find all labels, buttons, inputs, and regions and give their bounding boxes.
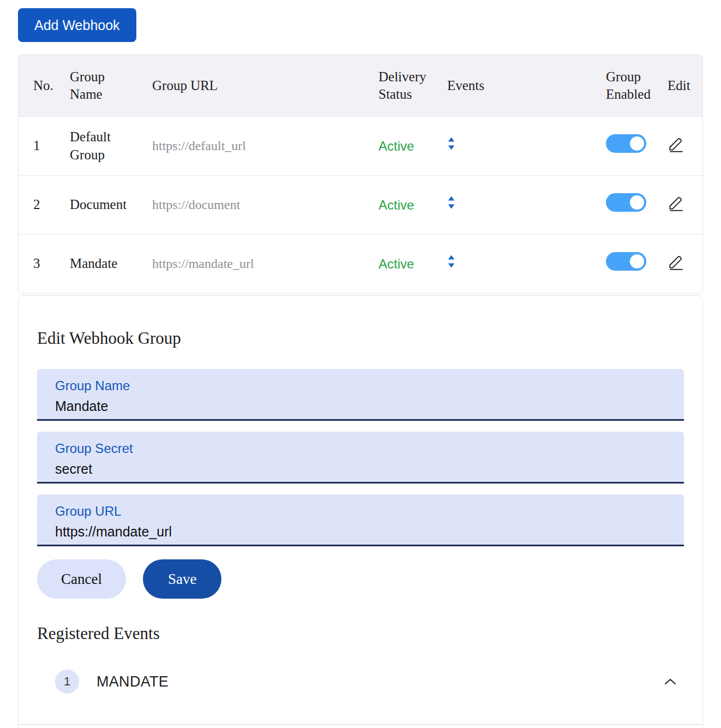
chevron-up-icon[interactable]: [663, 677, 677, 687]
unfold-more-icon[interactable]: [447, 136, 455, 151]
group-enabled-toggle[interactable]: [606, 193, 646, 212]
group-name-field[interactable]: Group Name Mandate: [37, 369, 684, 421]
header-edit: Edit: [668, 77, 703, 95]
table-row: 1 Default Group https://default_url Acti…: [19, 116, 702, 175]
delivery-status-badge: Active: [378, 138, 447, 154]
group-name-label: Group Name: [55, 378, 684, 393]
toggle-knob: [630, 195, 644, 210]
group-url-cell: https://mandate_url: [152, 255, 378, 272]
table-row: 2 Document https://document Active: [19, 175, 702, 234]
events-cell: [447, 195, 606, 214]
group-secret-field[interactable]: Group Secret secret: [37, 432, 684, 484]
delivery-status-badge: Active: [378, 255, 447, 272]
form-actions: Cancel Save: [37, 559, 684, 599]
row-number: 3: [33, 255, 70, 273]
edit-webhook-fields: Group Name Mandate Group Secret secret G…: [37, 369, 684, 546]
registered-event-item[interactable]: 1 MANDATE: [37, 670, 684, 694]
header-group-enabled: Group Enabled: [606, 68, 668, 104]
group-name-cell: Mandate: [70, 255, 152, 273]
group-name-cell: Document: [70, 196, 152, 214]
group-url-field[interactable]: Group URL https://mandate_url: [37, 494, 684, 546]
edit-pencil-icon[interactable]: [668, 194, 685, 211]
group-name-cell: Default Group: [70, 128, 152, 164]
group-url-cell: https://document: [152, 196, 378, 213]
group-enabled-cell: [606, 252, 668, 276]
group-secret-input[interactable]: secret: [55, 461, 684, 477]
table-row: 3 Mandate https://mandate_url Active: [19, 234, 702, 293]
header-no: No.: [33, 77, 70, 95]
events-cell: [447, 254, 606, 273]
header-group-name: Group Name: [70, 68, 152, 104]
registered-events-title: Registered Events: [37, 624, 684, 643]
toggle-knob: [630, 254, 644, 268]
header-delivery-status: Delivery Status: [378, 68, 447, 104]
event-name-label: MANDATE: [97, 673, 169, 690]
group-url-cell: https://default_url: [152, 138, 378, 154]
edit-cell: [668, 135, 702, 157]
header-events: Events: [447, 77, 606, 95]
add-webhook-button[interactable]: Add Webhook: [18, 8, 136, 42]
save-button[interactable]: Save: [143, 559, 221, 599]
row-number: 2: [33, 196, 70, 214]
edit-pencil-icon[interactable]: [668, 253, 685, 270]
group-enabled-cell: [606, 134, 668, 158]
edit-cell: [668, 194, 702, 216]
table-header-row: No. Group Name Group URL Delivery Status…: [19, 55, 702, 116]
edit-webhook-card: Edit Webhook Group Group Name Mandate Gr…: [18, 295, 703, 728]
cancel-button[interactable]: Cancel: [37, 559, 126, 599]
group-url-label: Group URL: [55, 504, 684, 519]
toggle-knob: [630, 136, 644, 151]
row-number: 1: [33, 137, 70, 155]
group-name-input[interactable]: Mandate: [55, 398, 684, 414]
group-enabled-cell: [606, 193, 668, 217]
header-group-url: Group URL: [152, 77, 378, 95]
event-index-badge: 1: [55, 670, 79, 694]
group-url-input[interactable]: https://mandate_url: [55, 524, 684, 540]
delivery-status-badge: Active: [378, 196, 447, 213]
section-divider: [19, 724, 702, 725]
edit-pencil-icon[interactable]: [668, 135, 685, 152]
group-secret-label: Group Secret: [55, 441, 684, 456]
group-enabled-toggle[interactable]: [606, 252, 646, 271]
group-enabled-toggle[interactable]: [606, 134, 646, 153]
edit-cell: [668, 253, 702, 275]
unfold-more-icon[interactable]: [447, 254, 455, 268]
webhooks-page: Add Webhook No. Group Name Group URL Del…: [0, 0, 721, 728]
unfold-more-icon[interactable]: [447, 195, 455, 210]
edit-webhook-group-title: Edit Webhook Group: [37, 329, 684, 348]
webhook-groups-table: No. Group Name Group URL Delivery Status…: [18, 55, 703, 294]
events-cell: [447, 136, 606, 156]
